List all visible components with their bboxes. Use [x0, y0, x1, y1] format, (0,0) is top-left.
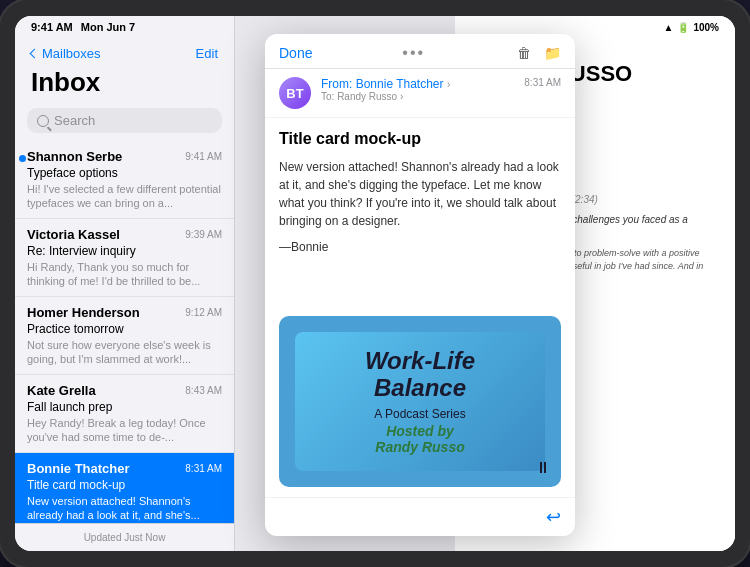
email-meta: BT From: Bonnie Thatcher › To: Randy — [265, 69, 575, 118]
mail-list: Shannon Serbe 9:41 AM Typeface options H… — [15, 141, 234, 523]
mail-preview: New version attached! Shannon's already … — [27, 494, 222, 522]
mailboxes-label: Mailboxes — [42, 46, 101, 61]
trash-icon[interactable]: 🗑 — [515, 44, 533, 62]
mail-list-item-3[interactable]: Kate Grella 8:43 AM Fall launch prep Hey… — [15, 375, 234, 453]
inbox-title: Inbox — [15, 65, 234, 104]
email-modal-actions: 🗑 📁 — [515, 44, 561, 62]
mail-item-header: Victoria Kassel 9:39 AM — [27, 227, 222, 242]
mail-subject: Fall launch prep — [27, 400, 222, 414]
hosted-by-text: Hosted by — [386, 423, 454, 439]
podcast-hosted-label: Hosted by — [311, 423, 529, 439]
mail-preview: Hi Randy, Thank you so much for thinking… — [27, 260, 222, 288]
folder-icon[interactable]: 📁 — [543, 44, 561, 62]
mail-subject: Typeface options — [27, 166, 222, 180]
search-bar[interactable]: Search — [27, 108, 222, 133]
email-to: To: Randy Russo › — [321, 91, 514, 102]
mail-list-item-4[interactable]: Bonnie Thatcher 8:31 AM Title card mock-… — [15, 453, 234, 523]
mail-subject: Re: Interview inquiry — [27, 244, 222, 258]
mail-sender: Bonnie Thatcher — [27, 461, 130, 476]
back-chevron-icon — [30, 49, 40, 59]
play-pause-button[interactable]: ⏸ — [535, 459, 551, 477]
more-options-icon[interactable]: ••• — [402, 44, 425, 62]
mail-list-item-2[interactable]: Homer Henderson 9:12 AM Practice tomorro… — [15, 297, 234, 375]
mail-item-header: Homer Henderson 9:12 AM — [27, 305, 222, 320]
mail-sender: Shannon Serbe — [27, 149, 122, 164]
recipient-name: Randy Russo — [337, 91, 397, 102]
ipad-screen: 9:41 AM Mon Jun 7 ▲ 🔋 100% Mailboxes Edi… — [15, 16, 735, 551]
sender-name: Bonnie Thatcher — [356, 77, 444, 91]
search-icon — [37, 115, 49, 127]
search-placeholder: Search — [54, 113, 95, 128]
mail-time: 9:12 AM — [185, 307, 222, 318]
expand-icon[interactable]: › — [447, 79, 450, 90]
mail-subject: Title card mock-up — [27, 478, 222, 492]
mail-preview: Hi! I've selected a few different potent… — [27, 182, 222, 210]
unread-dot — [19, 155, 26, 162]
email-body: Title card mock-up New version attached!… — [265, 118, 575, 306]
podcast-series-label: A Podcast Series — [311, 407, 529, 421]
date-display: Mon Jun 7 — [81, 21, 135, 33]
done-button[interactable]: Done — [279, 45, 312, 61]
mail-preview: Not sure how everyone else's week is goi… — [27, 338, 222, 366]
time-display: 9:41 AM — [31, 21, 73, 33]
ipad-frame: 9:41 AM Mon Jun 7 ▲ 🔋 100% Mailboxes Edi… — [0, 0, 750, 567]
email-body-text: New version attached! Shannon's already … — [279, 158, 561, 230]
sender-avatar: BT — [279, 77, 311, 109]
email-modal-header: Done ••• 🗑 📁 — [265, 34, 575, 69]
reply-button[interactable]: ↩ — [546, 506, 561, 528]
email-subject: Title card mock-up — [279, 130, 561, 148]
mail-item-header: Bonnie Thatcher 8:31 AM — [27, 461, 222, 476]
status-bar-left: 9:41 AM Mon Jun 7 — [31, 21, 135, 33]
mail-subject: Practice tomorrow — [27, 322, 222, 336]
mail-sidebar: Mailboxes Edit Inbox Search Shannon Serb… — [15, 16, 235, 551]
mail-item-header: Shannon Serbe 9:41 AM — [27, 149, 222, 164]
wifi-icon: ▲ — [664, 22, 674, 33]
email-view-area: WITH RANDY RUSSO ANDREAFORINO 10+ Years … — [235, 16, 735, 551]
email-modal-footer: ↩ — [265, 497, 575, 536]
mailboxes-button[interactable]: Mailboxes — [31, 46, 101, 61]
to-label: To: — [321, 91, 334, 102]
mail-item-header: Kate Grella 8:43 AM — [27, 383, 222, 398]
podcast-embed: Work-LifeBalance A Podcast Series Hosted… — [279, 316, 561, 487]
from-label: From: — [321, 77, 352, 91]
mail-sender: Kate Grella — [27, 383, 96, 398]
email-signature: —Bonnie — [279, 240, 561, 254]
status-bar: 9:41 AM Mon Jun 7 ▲ 🔋 100% — [15, 16, 735, 38]
mail-header: Mailboxes Edit — [15, 38, 234, 65]
mail-time: 8:43 AM — [185, 385, 222, 396]
email-time: 8:31 AM — [524, 77, 561, 88]
mail-sender: Homer Henderson — [27, 305, 140, 320]
mail-sender: Victoria Kassel — [27, 227, 120, 242]
mail-time: 9:39 AM — [185, 229, 222, 240]
mail-time: 8:31 AM — [185, 463, 222, 474]
mail-footer: Updated Just Now — [15, 523, 234, 551]
mail-list-item-1[interactable]: Victoria Kassel 9:39 AM Re: Interview in… — [15, 219, 234, 297]
to-expand-icon[interactable]: › — [400, 91, 403, 102]
battery-level: 100% — [693, 22, 719, 33]
podcast-main-title: Work-LifeBalance — [311, 348, 529, 401]
mail-list-item-0[interactable]: Shannon Serbe 9:41 AM Typeface options H… — [15, 141, 234, 219]
mail-time: 9:41 AM — [185, 151, 222, 162]
edit-button[interactable]: Edit — [196, 46, 218, 61]
battery-icon: 🔋 — [677, 22, 689, 33]
status-bar-right: ▲ 🔋 100% — [664, 22, 719, 33]
email-modal: Done ••• 🗑 📁 BT From: — [265, 34, 575, 536]
podcast-embed-bg: Work-LifeBalance A Podcast Series Hosted… — [295, 332, 545, 471]
email-meta-info: From: Bonnie Thatcher › To: Randy Russo … — [321, 77, 514, 102]
avatar-initials: BT — [286, 86, 303, 101]
email-from: From: Bonnie Thatcher › — [321, 77, 514, 91]
mail-preview: Hey Randy! Break a leg today! Once you'v… — [27, 416, 222, 444]
podcast-host-name: Randy Russo — [311, 439, 529, 455]
